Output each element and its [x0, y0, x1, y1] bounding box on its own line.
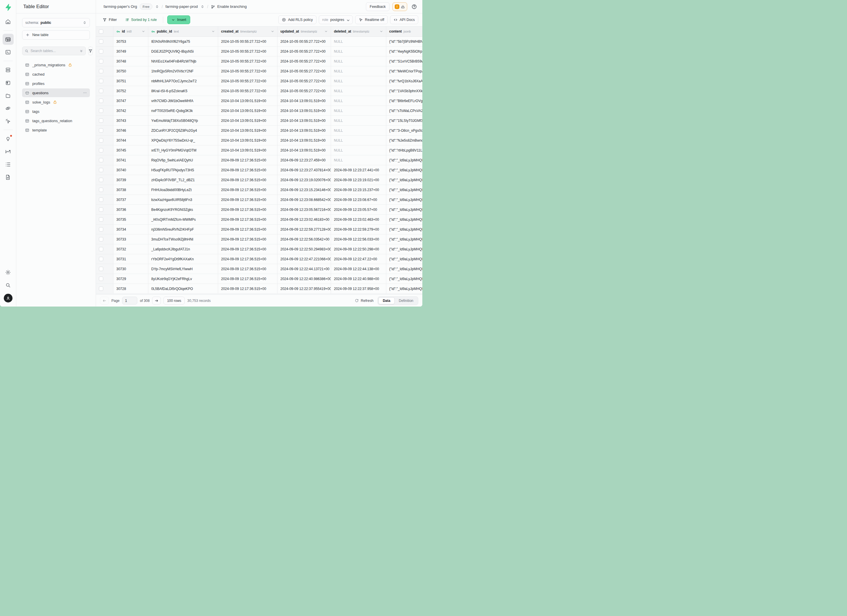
table-row[interactable]: 30731rYbORF2e4YgDt9fKAXaKn2024-09-09 12:… — [96, 254, 422, 264]
cell-public_id[interactable]: ZDCunRYJP2CQ5Z8Po2Gy4 — [148, 126, 218, 135]
cell-deleted_at[interactable]: 2024-09-09 12:23:15.237+00 — [331, 185, 386, 195]
cell-updated_at[interactable]: 2024-10-04 13:09:01.519+00 — [277, 96, 331, 106]
cell-content[interactable]: {"id":"_Id9aLyJpMHQLaiQC — [386, 284, 422, 293]
api-docs-button[interactable]: API Docs — [390, 15, 418, 24]
table-row[interactable]: 30741RiqOV6p_5wihLeIAEQyhU2024-09-09 12:… — [96, 155, 422, 165]
table-row[interactable]: 307528KraI-tSI-6-pSZcknaK52024-10-05 00:… — [96, 86, 422, 96]
rail-item-reports[interactable] — [3, 146, 14, 157]
row-checkbox[interactable] — [99, 39, 103, 44]
cell-deleted_at[interactable]: 2024-09-09 12:22:50.298+00 — [331, 244, 386, 254]
cell-content[interactable]: {"id":"5b7j5Pz9WHBNmY_A — [386, 37, 422, 46]
cell-updated_at[interactable]: 2024-09-09 12:22:44.13721+00 — [277, 264, 331, 274]
cell-id[interactable]: 30733 — [114, 234, 148, 244]
cell-content[interactable]: {"id":"_Id9aLyJpMHQLaiQC — [386, 244, 422, 254]
row-checkbox[interactable] — [99, 59, 103, 63]
org-selector-icon[interactable] — [155, 4, 159, 9]
project-breadcrumb[interactable]: farming-paper-prod — [165, 4, 198, 9]
rail-item-settings[interactable] — [3, 267, 14, 278]
row-checkbox[interactable] — [99, 207, 103, 212]
row-checkbox[interactable] — [99, 227, 103, 231]
cell-public_id[interactable]: DYp-7mcyMSIrHefLYIwwH — [148, 264, 218, 274]
table-row[interactable]: 307298yUKotr9qGYjK2eFRhgLv2024-09-09 12:… — [96, 274, 422, 284]
row-checkbox[interactable] — [99, 217, 103, 222]
page-number-input[interactable] — [122, 297, 137, 305]
help-button[interactable] — [410, 3, 418, 11]
rows-per-page-button[interactable]: 100 rows — [164, 297, 185, 305]
table-row[interactable]: 30748NhXEo1Xw04FnB4RzWTNjb2024-10-05 00:… — [96, 56, 422, 66]
cell-id[interactable]: 30740 — [114, 165, 148, 175]
sidebar-table-tags[interactable]: tags — [22, 107, 90, 116]
row-checkbox[interactable] — [99, 257, 103, 261]
cell-deleted_at[interactable]: 2024-09-09 12:22:37.958+00 — [331, 284, 386, 293]
cell-created_at[interactable]: 2024-09-09 12:17:36.515+00 — [218, 155, 277, 165]
cell-updated_at[interactable]: 2024-09-09 12:22:40.986386+00 — [277, 274, 331, 284]
cell-created_at[interactable]: 2024-09-09 12:17:36.515+00 — [218, 254, 277, 264]
cell-created_at[interactable]: 2024-09-09 12:17:36.515+00 — [218, 185, 277, 195]
cell-public_id[interactable]: H5uqFKpRUTPkjxdysT3HS — [148, 165, 218, 175]
cell-content[interactable]: {"id":"_Id9aLyJpMHQLaiQC — [386, 195, 422, 205]
cell-created_at[interactable]: 2024-09-09 12:17:36.515+00 — [218, 274, 277, 284]
cell-content[interactable]: {"id":"B6tr6eEFLrOVgeUmH — [386, 96, 422, 106]
sidebar-table-_prisma_migrations[interactable]: _prisma_migrations — [22, 60, 90, 69]
rail-item-realtime[interactable] — [3, 115, 14, 127]
plan-badge[interactable]: Free — [140, 3, 152, 10]
column-header-created_at[interactable]: created_attimestamptz — [218, 27, 277, 36]
cell-created_at[interactable]: 2024-09-09 12:17:36.515+00 — [218, 195, 277, 205]
table-row[interactable]: 30738FHHUioa3bidd00BHyLeZt2024-09-09 12:… — [96, 185, 422, 195]
cell-created_at[interactable]: 2024-10-05 00:55:27.722+00 — [218, 56, 277, 66]
row-checkbox[interactable] — [99, 286, 103, 291]
row-checkbox[interactable] — [99, 178, 103, 182]
cell-id[interactable]: 30745 — [114, 146, 148, 155]
table-row[interactable]: 30730DYp-7mcyMSIrHefLYIwwH2024-09-09 12:… — [96, 264, 422, 274]
cell-id[interactable]: 30751 — [114, 76, 148, 86]
cell-id[interactable]: 30738 — [114, 185, 148, 195]
cell-deleted_at[interactable]: 2024-09-09 12:23:08.67+00 — [331, 195, 386, 205]
row-checkbox[interactable] — [99, 168, 103, 172]
table-row[interactable]: 30737bzwXazHgax6UIR58j6Fn32024-09-09 12:… — [96, 195, 422, 205]
cell-created_at[interactable]: 2024-10-04 13:09:01.519+00 — [218, 116, 277, 125]
cell-public_id[interactable]: RiqOV6p_5wihLeIAEQyhU — [148, 155, 218, 165]
row-checkbox[interactable] — [99, 89, 103, 93]
cell-content[interactable]: {"id":"_Id9aLyJpMHQLaiQC — [386, 264, 422, 274]
cell-id[interactable]: 30744 — [114, 136, 148, 145]
row-checkbox[interactable] — [99, 277, 103, 281]
table-row[interactable]: 30753IEfA0sRh9hIXf62Y6ga752024-10-05 00:… — [96, 37, 422, 47]
cell-created_at[interactable]: 2024-09-09 12:17:36.515+00 — [218, 224, 277, 234]
cell-deleted_at[interactable]: NULL — [331, 47, 386, 56]
search-tables-input[interactable] — [31, 49, 77, 53]
column-header-id[interactable]: idint8 — [114, 27, 148, 36]
table-row[interactable]: 30732_La6pddxcKJIbgufATJ1n2024-09-09 12:… — [96, 244, 422, 254]
cell-content[interactable]: {"id":"fvrQ1bXoJ6XaAD08G — [386, 76, 422, 86]
row-checkbox[interactable] — [99, 148, 103, 152]
table-list-filter-button[interactable] — [88, 47, 93, 55]
cell-deleted_at[interactable]: NULL — [331, 96, 386, 106]
select-all-checkbox[interactable] — [99, 29, 103, 34]
table-row[interactable]: 307280L5BAfDaLDl5rQOiqeKPO2024-09-09 12:… — [96, 284, 422, 294]
sidebar-table-template[interactable]: template — [22, 126, 90, 134]
cell-content[interactable]: {"id":"_Id9aLyJpMHQLaiQC — [386, 175, 422, 185]
cell-deleted_at[interactable]: NULL — [331, 136, 386, 145]
table-row[interactable]: 30742nxFT002ISeRE-Qobg3K3k2024-10-04 13:… — [96, 106, 422, 116]
row-checkbox[interactable] — [99, 69, 103, 73]
cell-created_at[interactable]: 2024-10-04 13:09:01.519+00 — [218, 106, 277, 115]
rail-item-database[interactable] — [3, 64, 14, 75]
cell-updated_at[interactable]: 2024-09-09 12:23:02.46183+00 — [277, 215, 331, 224]
column-header-deleted_at[interactable]: deleted_attimestamptz — [331, 27, 386, 36]
cell-content[interactable]: {"id":"1VASb3phnXXkQPCpw — [386, 86, 422, 96]
table-row[interactable]: 30736Be4KignzoK9YRGNI3Zgks2024-09-09 12:… — [96, 205, 422, 215]
row-checkbox[interactable] — [99, 158, 103, 162]
table-row[interactable]: 30735_l40sQIRTmMZfcm-MWMPs2024-09-09 12:… — [96, 215, 422, 224]
cell-public_id[interactable]: FHHUioa3bidd00BHyLeZt — [148, 185, 218, 195]
cell-public_id[interactable]: bzwXazHgax6UIR58j6Fn3 — [148, 195, 218, 205]
user-avatar[interactable] — [4, 294, 12, 302]
cell-created_at[interactable]: 2024-09-09 12:17:36.515+00 — [218, 234, 277, 244]
cell-public_id[interactable]: xrETl_HyGY0mPMGVqtOTM — [148, 146, 218, 155]
cell-updated_at[interactable]: 2024-10-04 13:09:01.519+00 — [277, 126, 331, 135]
row-checkbox[interactable] — [99, 237, 103, 242]
row-checkbox[interactable] — [99, 109, 103, 113]
cell-updated_at[interactable]: 2024-09-09 12:22:56.03542+00 — [277, 234, 331, 244]
cell-id[interactable]: 30747 — [114, 96, 148, 106]
cell-id[interactable]: 30739 — [114, 175, 148, 185]
cell-id[interactable]: 30737 — [114, 195, 148, 205]
cell-created_at[interactable]: 2024-10-05 00:55:27.722+00 — [218, 86, 277, 96]
